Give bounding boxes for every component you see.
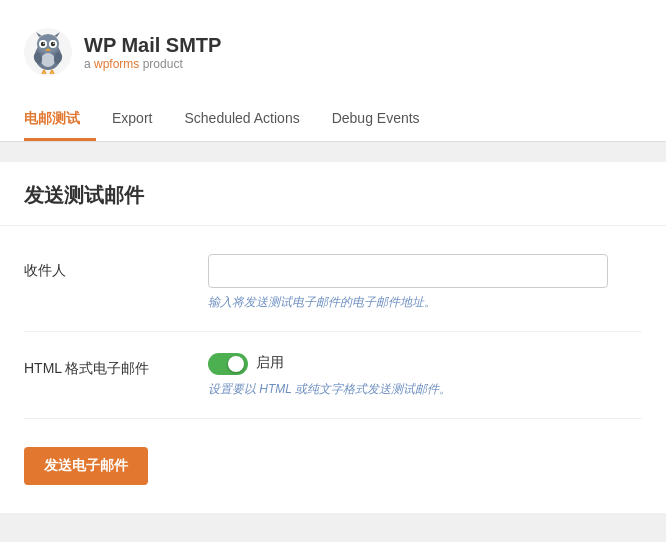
toggle-slider — [208, 353, 248, 375]
page-header: WP Mail SMTP a wpforms product 电邮测试 Expo… — [0, 0, 666, 142]
main-content: 发送测试邮件 收件人 输入将发送测试电子邮件的电子邮件地址。 HTML 格式电子… — [0, 162, 666, 513]
svg-point-7 — [41, 42, 45, 46]
send-email-button[interactable]: 发送电子邮件 — [24, 447, 148, 485]
svg-point-8 — [51, 42, 55, 46]
html-format-hint: 设置要以 HTML 或纯文字格式发送测试邮件。 — [208, 381, 642, 398]
tab-email-test[interactable]: 电邮测试 — [24, 100, 96, 141]
svg-point-12 — [41, 53, 55, 67]
tab-scheduled-actions[interactable]: Scheduled Actions — [168, 100, 315, 141]
html-format-row: HTML 格式电子邮件 启用 设置要以 HTML 或纯文字格式发送测试邮件。 — [24, 332, 642, 419]
svg-point-10 — [53, 43, 54, 44]
submit-section: 发送电子邮件 — [0, 427, 666, 513]
main-nav: 电邮测试 Export Scheduled Actions Debug Even… — [24, 100, 642, 141]
recipient-input[interactable] — [208, 254, 608, 288]
recipient-row: 收件人 输入将发送测试电子邮件的电子邮件地址。 — [24, 234, 642, 332]
brand-subtitle: a wpforms product — [84, 57, 221, 71]
brand-title: WP Mail SMTP — [84, 33, 221, 57]
html-toggle[interactable] — [208, 353, 248, 375]
brand-area: WP Mail SMTP a wpforms product — [24, 16, 642, 92]
tab-debug-events[interactable]: Debug Events — [316, 100, 436, 141]
section-title: 发送测试邮件 — [0, 162, 666, 226]
recipient-field: 输入将发送测试电子邮件的电子邮件地址。 — [208, 254, 642, 311]
html-format-label: HTML 格式电子邮件 — [24, 352, 184, 378]
wpforms-link[interactable]: wpforms — [94, 57, 139, 71]
html-toggle-label: 启用 — [256, 352, 284, 372]
recipient-label: 收件人 — [24, 254, 184, 280]
form-section: 收件人 输入将发送测试电子邮件的电子邮件地址。 HTML 格式电子邮件 启用 — [0, 226, 666, 427]
brand-text: WP Mail SMTP a wpforms product — [84, 33, 221, 71]
brand-logo-icon — [24, 28, 72, 76]
recipient-hint: 输入将发送测试电子邮件的电子邮件地址。 — [208, 294, 642, 311]
svg-point-9 — [43, 43, 44, 44]
html-format-field: 启用 设置要以 HTML 或纯文字格式发送测试邮件。 — [208, 352, 642, 398]
tab-export[interactable]: Export — [96, 100, 168, 141]
